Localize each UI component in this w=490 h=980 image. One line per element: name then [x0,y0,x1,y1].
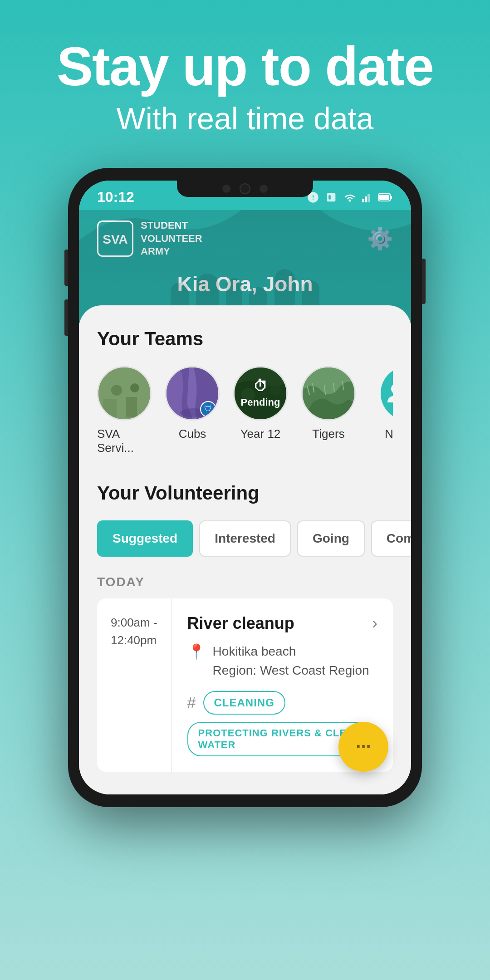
teams-title: Your Teams [97,328,393,350]
content-area: Your Teams [79,305,411,794]
power-button [422,259,426,304]
svg-rect-3 [328,195,331,199]
camera-lens [240,183,250,194]
logo-text: STUDENT VOLUNTEER ARMY [141,219,202,258]
shield-badge-cubs: 🛡 [200,401,216,417]
phone-notch [177,181,313,197]
location-pin-icon: 📍 [187,643,206,660]
event-title: River cleanup [187,614,294,633]
team-name-new: New [385,427,393,441]
svg-point-29 [391,383,393,394]
team-avatar-cubs: 🛡 [165,366,220,421]
pending-overlay: ⏱ Pending [235,368,286,419]
volume-down-button [64,299,68,336]
team-item-year12[interactable]: ⏱ Pending Year 12 [233,366,288,455]
app-header-top: SVA STUDENT VOLUNTEER ARMY ⚙️ [97,219,393,258]
svg-rect-15 [103,399,117,417]
tab-going[interactable]: Going [297,520,365,557]
teams-section: Your Teams [97,328,393,455]
signal-icon [362,192,373,202]
team-name-year12: Year 12 [240,427,281,441]
location-text: Hokitika beach Region: West Coast Region [213,642,369,680]
camera-sensor [222,185,230,193]
sva-logo-svg: SVA [103,226,127,251]
svg-rect-5 [362,199,364,202]
new-team-icon-svg [383,380,393,407]
team-avatar-tigers-svg [303,368,356,421]
status-time: 10:12 [97,189,134,206]
phone-outer: 10:12 ! [68,168,422,807]
fab-button[interactable]: ··· [338,722,388,772]
teams-row: SVA Servi... [97,366,393,455]
team-avatar-new [381,366,393,421]
today-label: TODAY [97,575,393,589]
phone-mockup: 10:12 ! [68,168,422,807]
event-chevron-icon[interactable]: › [372,614,377,633]
event-time-start: 9:00am - [111,614,157,632]
team-avatar-sva [97,366,152,421]
app-logo[interactable]: SVA STUDENT VOLUNTEER ARMY [97,219,202,258]
pending-icon: ⏱ [253,378,268,395]
team-name-tigers: Tigers [312,427,344,441]
hero-title: Stay up to date [27,36,463,96]
svg-rect-6 [365,196,367,202]
team-item-sva[interactable]: SVA Servi... [97,366,152,455]
location-line1: Hokitika beach [213,642,369,661]
hero-subtitle: With real time data [27,101,463,136]
pending-label: Pending [241,397,280,408]
team-avatar-tigers [301,366,356,421]
svg-point-13 [111,385,122,396]
team-item-new[interactable]: New [369,366,393,455]
svg-point-14 [130,383,139,392]
team-name-cubs: Cubs [179,427,206,441]
tag-cleaning[interactable]: CLEANING [203,691,285,715]
event-location: 📍 Hokitika beach Region: West Coast Regi… [187,642,377,680]
team-name-sva: SVA Servi... [97,427,152,455]
svg-rect-9 [390,196,392,199]
status-icons: ! [307,191,393,204]
hero-section: Stay up to date With real time data [0,0,490,154]
team-item-tigers[interactable]: Tigers [301,366,356,455]
svg-rect-16 [126,397,137,417]
battery-icon [378,193,393,202]
svg-point-4 [349,199,351,201]
tab-completed[interactable]: Completed [371,520,411,557]
hash-icon: # [187,694,196,711]
tab-suggested[interactable]: Suggested [97,520,193,557]
tabs-row: Suggested Interested Going Completed [97,520,393,557]
phone-screen: 10:12 ! [79,181,411,794]
event-title-row: River cleanup › [187,614,377,633]
svg-rect-10 [379,195,389,200]
logo-icon: SVA [97,220,133,257]
settings-icon[interactable]: ⚙️ [367,226,393,251]
sim-icon [325,191,338,204]
header-greeting: Kia Ora, John [97,272,393,296]
location-line2: Region: West Coast Region [213,661,369,680]
svg-rect-2 [327,193,336,201]
team-avatar-year12: ⏱ Pending [233,366,288,421]
event-time-column: 9:00am - 12:40pm [97,598,172,772]
event-time-end: 12:40pm [111,632,157,649]
speaker-dot [260,185,268,193]
svg-rect-7 [368,194,370,202]
svg-rect-12 [98,368,152,421]
team-avatar-sva-svg [98,368,152,421]
tab-interested[interactable]: Interested [199,520,291,557]
team-item-cubs[interactable]: 🛡 Cubs [165,366,220,455]
svg-text:!: ! [312,193,314,201]
volume-up-button [64,250,68,286]
volunteering-title: Your Volunteering [97,482,393,504]
wifi-icon [343,192,357,202]
svg-text:SVA: SVA [103,232,127,246]
